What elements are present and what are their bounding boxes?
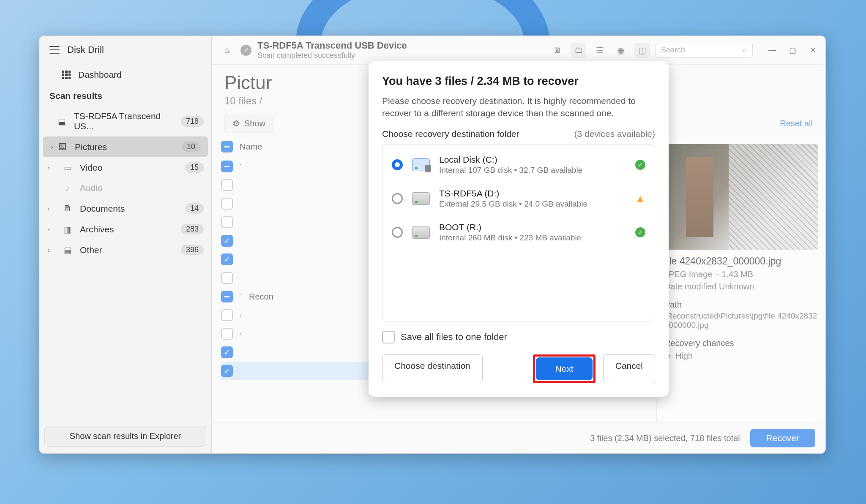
show-in-explorer-button[interactable]: Show scan results in Explorer [44,426,206,447]
chevron-right-icon: › [48,226,50,233]
destination-info: External 29.5 GB disk • 24.0 GB availabl… [439,199,626,209]
drive-icon [412,226,430,239]
main-area: ⌂ ✓ TS-RDF5A Transcend USB Device Scan c… [212,36,825,453]
devices-available: (3 devices available) [574,129,655,139]
sidebar-item-other[interactable]: › ▤ Other 396 [39,240,211,260]
modal-overlay: You have 3 files / 2.34 MB to recover Pl… [212,36,825,453]
ok-status-icon: ✓ [635,227,645,237]
ok-status-icon: ✓ [635,160,645,170]
destination-radio[interactable] [392,227,403,238]
destination-item[interactable]: BOOT (R:)Internal 260 MB disk • 223 MB a… [382,215,655,249]
section-scan-results: Scan results [39,86,211,106]
drive-icon [412,158,430,171]
app-title: Disk Drill [67,44,104,55]
sidebar-item-video[interactable]: › ▭ Video 15 [39,157,211,178]
archive-icon: ▥ [62,224,73,234]
next-button-highlight: Next [533,354,595,383]
destination-name: TS-RDF5A (D:) [439,188,626,199]
recovery-destination-modal: You have 3 files / 2.34 MB to recover Pl… [369,61,669,397]
app-window: Disk Drill Dashboard Scan results ⬓ TS-R… [39,35,826,454]
chevron-right-icon: › [48,247,50,253]
device-label: TS-RDF5A Transcend US... [74,111,174,131]
modal-description: Please choose recovery destination. It i… [382,95,655,120]
destination-list: Local Disk (C:)Internal 107 GB disk • 32… [382,144,655,321]
other-icon: ▤ [62,245,73,255]
chevron-right-icon: › [48,205,50,212]
drive-icon: ⬓ [57,116,67,126]
device-count: 718 [181,116,204,127]
drive-icon [412,192,430,205]
destination-info: Internal 260 MB disk • 223 MB available [439,233,626,242]
save-one-folder-option[interactable]: Save all files to one folder [382,331,655,343]
destination-info: Internal 107 GB disk • 32.7 GB available [439,166,626,175]
destination-radio[interactable] [392,159,403,170]
chevron-right-icon: › [51,144,53,150]
destination-item[interactable]: TS-RDF5A (D:)External 29.5 GB disk • 24.… [382,182,655,215]
destination-name: BOOT (R:) [439,222,626,232]
warning-status-icon: ▲ [635,193,645,204]
sidebar-item-documents[interactable]: › 🗎 Documents 14 [39,198,211,219]
save-one-checkbox[interactable] [382,331,395,343]
sidebar-item-pictures[interactable]: › 🖼 Pictures 10 [43,136,208,157]
video-icon: ▭ [62,163,73,173]
next-button[interactable]: Next [536,357,592,380]
modal-title: You have 3 files / 2.34 MB to recover [382,75,655,88]
chevron-right-icon: › [48,164,50,171]
choose-label: Choose recovery destination folder [382,129,519,139]
audio-icon: ♪ [62,183,73,193]
choose-destination-button[interactable]: Choose destination [382,354,483,383]
cancel-button[interactable]: Cancel [603,354,655,383]
dashboard-icon [62,71,71,79]
destination-item[interactable]: Local Disk (C:)Internal 107 GB disk • 32… [382,148,655,182]
sidebar-item-audio[interactable]: ♪ Audio [39,178,211,198]
destination-radio[interactable] [392,193,403,204]
document-icon: 🗎 [62,204,73,213]
nav-dashboard[interactable]: Dashboard [39,64,211,86]
dashboard-label: Dashboard [78,70,122,80]
destination-name: Local Disk (C:) [439,155,626,165]
sidebar-item-archives[interactable]: › ▥ Archives 283 [39,219,211,240]
sidebar: Disk Drill Dashboard Scan results ⬓ TS-R… [39,36,212,453]
sidebar-device[interactable]: ⬓ TS-RDF5A Transcend US... 718 [39,106,211,136]
menu-icon[interactable] [49,46,60,54]
image-icon: 🖼 [57,142,68,152]
